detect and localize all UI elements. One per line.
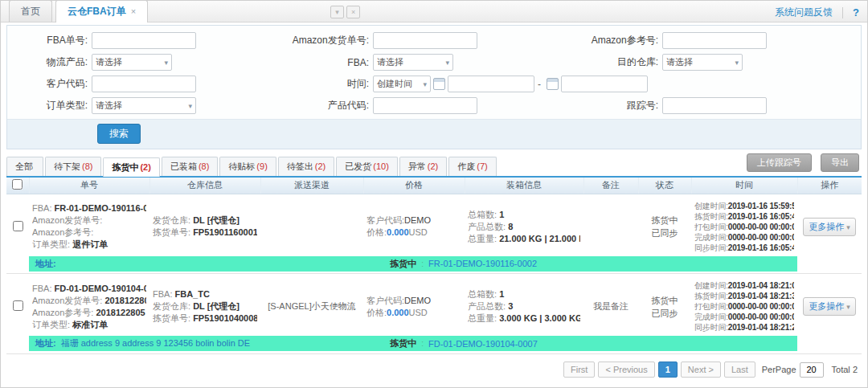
fba-wh-label: FBA: xyxy=(153,289,172,299)
select-all-checkbox[interactable] xyxy=(12,179,23,190)
next-page-button[interactable]: Next > xyxy=(681,361,721,378)
date-to-input[interactable] xyxy=(561,76,648,92)
amazon-ref-label: Amazon参考号: xyxy=(32,227,93,237)
tab-close-icon[interactable]: × xyxy=(131,6,136,16)
fba-value: FD-01-DEMO-190104-0007 xyxy=(55,284,146,293)
first-page-button[interactable]: First xyxy=(563,361,595,378)
total-weight-label: 总重量: xyxy=(468,234,497,243)
fba-label: FBA: xyxy=(32,284,51,293)
more-actions-button[interactable]: 更多操作▾ xyxy=(803,297,856,316)
filter-tab-picking[interactable]: 拣货中(2) xyxy=(103,157,159,177)
amazon-ship-input[interactable] xyxy=(373,32,477,49)
page-1-button[interactable]: 1 xyxy=(658,361,678,378)
filter-tab-all[interactable]: 全部 xyxy=(6,157,43,176)
more-actions-button[interactable]: 更多操作▾ xyxy=(803,218,856,236)
col-status: 状态 xyxy=(638,178,691,194)
col-remark: 备注 xyxy=(583,178,638,194)
customer-code-label: 客户代码: xyxy=(366,296,404,305)
price-cell: 客户代码:DEMO 价格:0.000USD xyxy=(363,274,465,337)
filter-tab-label: 待贴标 xyxy=(228,161,255,171)
amazon-ref-label: Amazon参考号: xyxy=(32,308,93,317)
last-page-button[interactable]: Last xyxy=(724,361,755,378)
calendar-icon[interactable] xyxy=(433,78,445,90)
price-amount: 0.000 xyxy=(387,308,409,317)
tab-home-label: 首页 xyxy=(21,6,40,17)
export-button[interactable]: 导出 xyxy=(821,153,859,172)
customer-label: 客户代码: xyxy=(7,77,92,91)
order-link[interactable]: FD-01-DEMO-190104-0007 xyxy=(428,339,538,349)
tab-list-dropdown-icon[interactable]: ▾ xyxy=(330,6,344,18)
time-type-select[interactable]: 创建时间 ▾ xyxy=(373,76,431,92)
search-button[interactable]: 搜索 xyxy=(97,124,141,144)
channel-cell xyxy=(260,194,363,256)
time-cell: 创建时间:2019-01-16 15:59:53 拣货时间:2019-01-16… xyxy=(691,194,797,256)
product-code-input[interactable] xyxy=(373,97,477,114)
filter-tab-voided[interactable]: 作废(7) xyxy=(448,157,496,176)
row-checkbox[interactable] xyxy=(13,221,23,231)
row-checkbox[interactable] xyxy=(13,300,23,311)
dest-wh-select-value: 请选择 xyxy=(666,56,693,68)
order-type-value: 退件订单 xyxy=(72,239,108,249)
customer-code-value: DEMO xyxy=(404,215,431,225)
calendar-icon[interactable] xyxy=(547,78,559,90)
action-cell: 更多操作▾ xyxy=(797,194,862,256)
filter-tab-to-unshelve[interactable]: 待下架(8) xyxy=(45,157,101,176)
prev-page-button[interactable]: < Previous xyxy=(598,361,654,378)
synced-time-label: 同步时间: xyxy=(694,323,728,332)
customer-input[interactable] xyxy=(92,76,196,92)
feedback-link[interactable]: 系统问题反馈 xyxy=(775,6,833,19)
order-no-cell: FBA: FD-01-DEMO-190104-0007 Amazon发货单号: … xyxy=(29,274,149,337)
filter-tab-abnormal[interactable]: 异常(2) xyxy=(399,157,447,176)
ship-warehouse-value: DL [代理仓] xyxy=(193,301,240,311)
ship-warehouse-label: 发货仓库: xyxy=(153,215,190,225)
status-synced: 已同步 xyxy=(641,227,688,239)
pick-no-label: 拣货单号: xyxy=(153,313,190,323)
window-tabbar: 首页 云仓FBA订单× ▾ × 系统问题反馈 ? xyxy=(1,1,867,22)
synced-time-value: 2019-01-04 18:21:22 xyxy=(728,323,794,332)
fba-no-input[interactable] xyxy=(92,32,196,49)
status-filter-bar: 全部 待下架(8) 拣货中(2) 已装箱(8) 待贴标(9) 待签出(2) 已发… xyxy=(6,157,862,176)
finished-time-label: 完成时间: xyxy=(694,312,728,321)
order-type-select[interactable]: 请选择 ▾ xyxy=(92,97,196,114)
created-time-value: 2019-01-04 18:21:07 xyxy=(728,281,794,290)
dest-wh-label: 目的仓库: xyxy=(578,55,662,69)
filter-tab-to-checkout[interactable]: 待签出(2) xyxy=(278,157,334,176)
address-row: 地址: 拣货中 : FR-01-DEMO-190116-0002 xyxy=(6,256,862,272)
dest-wh-select[interactable]: 请选择 ▾ xyxy=(662,54,743,71)
tab-home[interactable]: 首页 xyxy=(9,0,52,22)
filter-tab-label: 待签出 xyxy=(287,161,313,171)
amazon-ship-value: 2018122805 xyxy=(104,296,146,305)
chevron-down-icon: ▾ xyxy=(846,303,850,311)
order-type-label: 订单类型: xyxy=(32,239,70,249)
upload-tracking-button[interactable]: 上传跟踪号 xyxy=(747,153,812,172)
picked-time-value: 2019-01-16 16:05:43 xyxy=(728,212,794,221)
address-bar: 地址: 福珊 address 9 address 9 123456 bolin … xyxy=(29,336,797,351)
amazon-ref-value: 2018122805 xyxy=(96,308,145,317)
filter-tab-boxed[interactable]: 已装箱(8) xyxy=(162,157,218,176)
tab-fba-orders[interactable]: 云仓FBA订单× xyxy=(55,0,148,22)
total-weight-value: 3.000 KG | 3.000 KG xyxy=(499,313,580,323)
finished-time-value: 0000-00-00 00:00:00 xyxy=(728,312,794,321)
amazon-ref-input[interactable] xyxy=(662,32,767,49)
per-page-input[interactable] xyxy=(800,362,824,378)
logistics-select[interactable]: 请选择 ▾ xyxy=(92,54,172,71)
amazon-ship-label: Amazon发货单号: xyxy=(32,215,102,225)
filter-tab-to-label[interactable]: 待贴标(9) xyxy=(219,157,276,176)
col-warehouse: 仓库信息 xyxy=(149,178,260,194)
price-label: 价格: xyxy=(366,227,387,237)
search-panel: FBA单号: Amazon发货单号: Amazon参考号: 物流产品: 请选择 … xyxy=(6,25,862,149)
packed-time-label: 打包时间: xyxy=(694,302,728,311)
tracking-input[interactable] xyxy=(662,97,767,114)
fba-select[interactable]: 请选择 ▾ xyxy=(373,54,453,71)
fba-label: FBA: xyxy=(32,203,51,213)
fba-no-label: FBA单号: xyxy=(7,34,92,47)
product-code-label: 产品代码: xyxy=(289,99,373,112)
filter-tab-label: 异常 xyxy=(408,161,426,171)
address-bar: 地址: 拣货中 : FR-01-DEMO-190116-0002 xyxy=(29,256,797,272)
filter-tab-shipped[interactable]: 已发货(10) xyxy=(336,157,398,176)
date-from-input[interactable] xyxy=(448,76,534,92)
date-range-separator: - xyxy=(538,79,541,90)
tab-close-all-icon[interactable]: × xyxy=(346,6,360,18)
order-link[interactable]: FR-01-DEMO-190116-0002 xyxy=(428,259,537,268)
help-button[interactable]: ? xyxy=(853,6,859,18)
